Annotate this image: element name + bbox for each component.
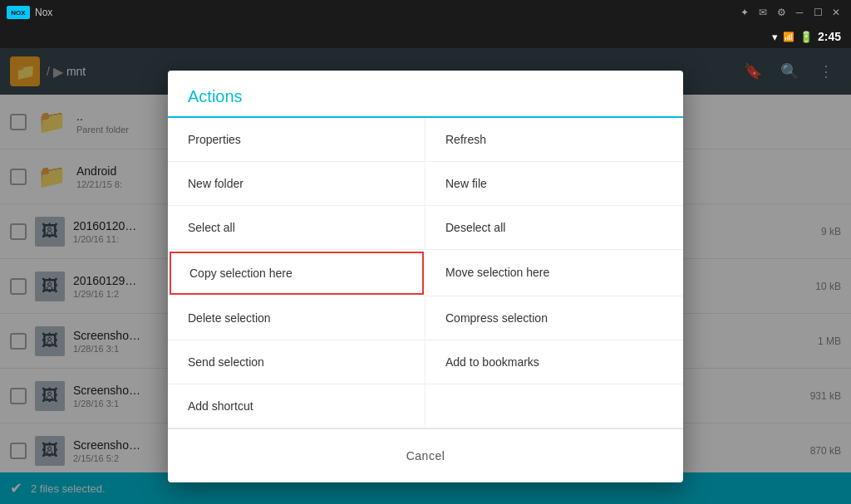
app-title: Nox xyxy=(35,7,52,18)
dialog-overlay: Actions Properties Refresh New folder Ne… xyxy=(0,48,851,504)
actions-dialog: Actions Properties Refresh New folder Ne… xyxy=(168,71,683,482)
status-icons: ▾ 📶 🔋 2:45 xyxy=(772,30,841,43)
app-area: 📁 / ▶ mnt 🔖 🔍 ⋮ 📁 .. Parent folder xyxy=(0,48,851,504)
action-add-shortcut[interactable]: Add shortcut xyxy=(168,384,426,428)
action-select-all[interactable]: Select all xyxy=(168,206,426,250)
restore-button[interactable]: ☐ xyxy=(809,4,826,21)
clock: 2:45 xyxy=(818,30,841,43)
action-new-folder[interactable]: New folder xyxy=(168,162,426,206)
cancel-button[interactable]: Cancel xyxy=(380,443,472,469)
action-new-file[interactable]: New file xyxy=(426,162,683,206)
status-bar: ▾ 📶 🔋 2:45 xyxy=(0,25,851,48)
action-move-selection[interactable]: Move selection here xyxy=(426,250,683,296)
wifi-icon: ▾ xyxy=(772,31,778,43)
window-controls: ✦ ✉ ⚙ ─ ☐ ✕ xyxy=(736,4,844,21)
action-send-selection[interactable]: Send selection xyxy=(168,340,426,384)
title-bar: NOX Nox ✦ ✉ ⚙ ─ ☐ ✕ xyxy=(0,0,851,25)
dialog-footer: Cancel xyxy=(168,429,683,482)
action-add-bookmarks[interactable]: Add to bookmarks xyxy=(426,340,683,384)
dialog-body: Properties Refresh New folder New file S… xyxy=(168,118,683,429)
close-button[interactable]: ✕ xyxy=(828,4,844,21)
minimize-button[interactable]: ─ xyxy=(791,4,808,21)
app-logo: NOX xyxy=(7,6,30,19)
action-delete-selection[interactable]: Delete selection xyxy=(168,296,426,340)
action-compress-selection[interactable]: Compress selection xyxy=(426,296,683,340)
dialog-title: Actions xyxy=(188,87,663,106)
wifi-signal: 📶 xyxy=(783,32,794,42)
action-refresh[interactable]: Refresh xyxy=(426,118,683,162)
mail-button[interactable]: ✉ xyxy=(755,4,771,21)
dialog-header: Actions xyxy=(168,71,683,118)
action-deselect-all[interactable]: Deselect all xyxy=(426,206,683,250)
star-button[interactable]: ✦ xyxy=(736,4,753,21)
settings-button[interactable]: ⚙ xyxy=(773,4,790,21)
action-empty xyxy=(426,384,683,428)
action-properties[interactable]: Properties xyxy=(168,118,426,162)
action-copy-selection[interactable]: Copy selection here xyxy=(170,252,424,295)
battery-icon: 🔋 xyxy=(799,31,813,43)
